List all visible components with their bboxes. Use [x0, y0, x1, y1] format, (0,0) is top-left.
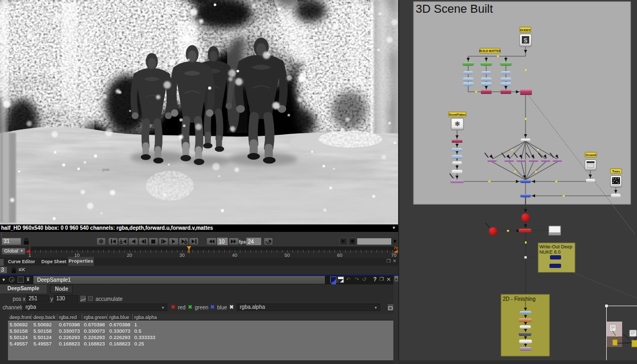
svg-text:S: S [524, 38, 528, 44]
svg-text:Trees: Trees [612, 170, 619, 173]
svg-text:2D - Finishing: 2D - Finishing [503, 296, 536, 302]
svg-text:Ground: Ground [586, 153, 596, 157]
svg-text:Write-Out Deep: Write-Out Deep [539, 244, 572, 249]
svg-text:24: 24 [248, 239, 254, 245]
svg-text:❆: ❆ [99, 238, 104, 245]
svg-text:pos: pos [102, 167, 109, 172]
svg-text:70: 70 [391, 253, 397, 258]
svg-text:fps: fps [239, 239, 246, 245]
svg-text:SnowFlakes: SnowFlakes [449, 113, 466, 116]
svg-text:1: 1 [28, 253, 31, 258]
svg-text:DUDES: DUDES [520, 29, 531, 32]
svg-text:60: 60 [337, 253, 342, 258]
svg-text:10: 10 [219, 239, 225, 245]
svg-text:40: 40 [232, 253, 237, 258]
svg-text:30: 30 [179, 253, 185, 258]
svg-text:70: 70 [394, 246, 398, 250]
svg-text:NUKE 8.0: NUKE 8.0 [539, 249, 561, 255]
svg-text:50: 50 [285, 253, 290, 258]
svg-text:20: 20 [127, 253, 132, 258]
svg-text:BUILD MATTES: BUILD MATTES [479, 49, 501, 53]
svg-text:❄: ❄ [454, 120, 460, 128]
svg-text:3D Scene Built: 3D Scene Built [416, 2, 493, 15]
